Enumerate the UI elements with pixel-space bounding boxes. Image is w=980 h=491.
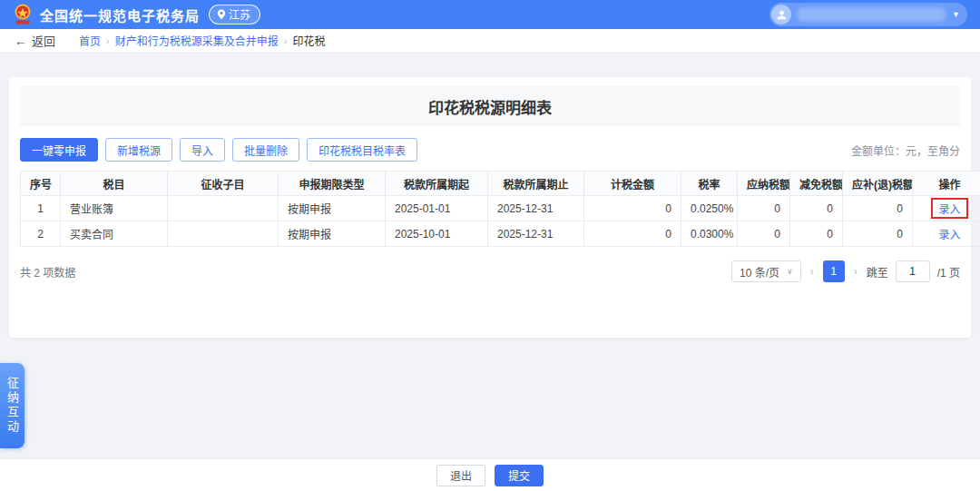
- column-header: 应纳税额: [738, 172, 790, 196]
- add-tax-source-button[interactable]: 新增税源: [105, 138, 172, 162]
- table-row: 1营业账簿按期申报2025-01-012025-12-3100.0250%000…: [21, 196, 980, 221]
- page-title: 印花税税源明细表: [428, 95, 552, 118]
- amount-unit-note: 金额单位：元，至角分: [851, 142, 960, 162]
- table-footer: 共 2 项数据 10 条/页 ∨ ‹ 1 › 跳至 /1 页: [20, 260, 960, 282]
- breadcrumb-home[interactable]: 首页: [79, 33, 101, 48]
- user-icon: [776, 9, 788, 21]
- table-cell: [168, 196, 279, 221]
- back-button[interactable]: ← 返回: [15, 32, 55, 49]
- breadcrumb-separator: ›: [106, 35, 110, 46]
- table-cell: 2025-12-31: [488, 221, 584, 247]
- stamp-tax-card: 印花税税源明细表 一键零申报 新增税源 导入 批量删除 印花税税目税率表 金额单…: [9, 77, 971, 338]
- table-cell: 0: [843, 221, 913, 247]
- table-cell: [168, 221, 279, 247]
- one-click-zero-filing-button[interactable]: 一键零申报: [20, 138, 98, 162]
- column-header: 减免税额: [790, 172, 843, 196]
- tax-bureau-emblem-icon: [13, 4, 33, 25]
- table-cell: 按期申报: [279, 196, 386, 221]
- pagination: 10 条/页 ∨ ‹ 1 › 跳至 /1 页: [731, 260, 960, 282]
- column-header: 应补(退)税额: [843, 172, 913, 196]
- breadcrumb: 首页 › 财产和行为税税源采集及合并申报 › 印花税: [79, 33, 325, 48]
- column-header: 序号: [21, 172, 61, 196]
- table-cell-action: 录入: [913, 196, 980, 221]
- column-header: 申报期限类型: [279, 172, 386, 196]
- back-arrow-icon: ←: [15, 34, 27, 48]
- app-header: 全国统一规范电子税务局 江苏 ▼: [0, 0, 980, 29]
- table-cell: 1: [21, 196, 61, 221]
- table-cell: 0: [790, 221, 843, 247]
- table-cell: 0: [738, 221, 790, 247]
- user-account-menu[interactable]: ▼: [769, 3, 967, 26]
- back-label: 返回: [32, 32, 55, 49]
- batch-delete-button[interactable]: 批量删除: [232, 138, 299, 162]
- column-header: 税率: [681, 172, 738, 196]
- table-cell: 2: [21, 221, 61, 247]
- table-cell: 0.0250%: [681, 196, 738, 221]
- card-title-strip: 印花税税源明细表: [20, 86, 960, 126]
- table-cell: 按期申报: [279, 221, 386, 247]
- column-header: 征收子目: [168, 172, 279, 196]
- next-page-button[interactable]: ›: [852, 265, 859, 278]
- jump-to-label: 跳至: [867, 264, 888, 280]
- breadcrumb-current: 印花税: [292, 33, 325, 48]
- app-title: 全国统一规范电子税务局: [40, 5, 200, 25]
- breadcrumb-separator: ›: [284, 35, 288, 46]
- table-cell: 2025-12-31: [488, 196, 584, 221]
- tax-rate-table-button[interactable]: 印花税税目税率表: [307, 138, 417, 162]
- toolbar: 一键零申报 新增税源 导入 批量删除 印花税税目税率表 金额单位：元，至角分: [20, 138, 960, 162]
- location-badge[interactable]: 江苏: [209, 5, 260, 25]
- table-cell: 买卖合同: [61, 221, 168, 247]
- location-label: 江苏: [229, 6, 250, 22]
- exit-button[interactable]: 退出: [436, 465, 485, 486]
- jump-to-page-input[interactable]: [896, 260, 930, 282]
- total-pages-label: /1 页: [937, 264, 960, 280]
- table-cell: 0: [584, 221, 681, 247]
- tax-source-table: 序号税目征收子目申报期限类型税款所属期起税款所属期止计税金额税率应纳税额减免税额…: [20, 171, 980, 247]
- page-size-select[interactable]: 10 条/页 ∨: [731, 260, 801, 282]
- column-header: 税目: [61, 172, 168, 196]
- breadcrumb-collection[interactable]: 财产和行为税税源采集及合并申报: [115, 33, 279, 48]
- page-size-value: 10 条/页: [740, 264, 779, 280]
- table-cell: 0: [584, 196, 681, 221]
- table-cell: 0: [843, 196, 913, 221]
- table-cell: 2025-01-01: [386, 196, 488, 221]
- page-number-1[interactable]: 1: [823, 260, 845, 282]
- chevron-down-icon: ∨: [787, 267, 793, 276]
- table-cell: 2025-10-01: [386, 221, 488, 247]
- user-name-redacted: [797, 7, 946, 22]
- table-cell: 0: [790, 196, 843, 221]
- user-avatar: [771, 5, 791, 25]
- import-button[interactable]: 导入: [180, 138, 225, 162]
- tax-interaction-side-tab[interactable]: 征纳互动: [0, 363, 24, 448]
- row-enter-link[interactable]: 录入: [931, 198, 967, 219]
- submit-button[interactable]: 提交: [495, 465, 544, 486]
- breadcrumb-bar: ← 返回 首页 › 财产和行为税税源采集及合并申报 › 印花税: [0, 29, 980, 53]
- total-items-text: 共 2 项数据: [20, 264, 75, 280]
- table-row: 2买卖合同按期申报2025-10-012025-12-3100.0300%000…: [21, 221, 980, 247]
- table-cell: 营业账簿: [61, 196, 168, 221]
- column-header: 税款所属期起: [386, 172, 488, 196]
- page-footer: 退出 提交: [0, 458, 980, 491]
- row-enter-link[interactable]: 录入: [938, 229, 960, 241]
- column-header: 计税金额: [584, 172, 681, 196]
- table-cell: 0.0300%: [681, 221, 738, 247]
- location-pin-icon: [217, 9, 226, 20]
- chevron-down-icon: ▼: [952, 10, 960, 19]
- table-cell: 0: [738, 196, 790, 221]
- table-header-row: 序号税目征收子目申报期限类型税款所属期起税款所属期止计税金额税率应纳税额减免税额…: [21, 172, 980, 196]
- prev-page-button[interactable]: ‹: [808, 265, 816, 278]
- column-header: 税款所属期止: [488, 172, 584, 196]
- table-cell-action: 录入: [913, 221, 980, 247]
- column-header: 操作: [913, 172, 980, 196]
- table-body: 1营业账簿按期申报2025-01-012025-12-3100.0250%000…: [21, 196, 980, 247]
